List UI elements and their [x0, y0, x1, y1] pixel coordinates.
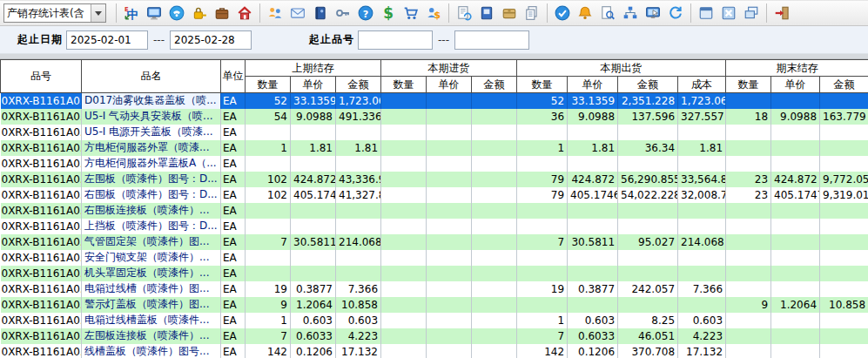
cell-out-0[interactable] — [517, 219, 568, 234]
table-row[interactable]: 0XRX-B1161A0...U5-I 电源开关盖板（喷漆...EA — [1, 125, 868, 140]
cell-in-2[interactable] — [472, 250, 517, 266]
cell-end-1[interactable] — [771, 328, 820, 344]
cell-out-3[interactable]: 4.223 — [678, 328, 726, 344]
cell-item-name[interactable]: 上挡板（喷漆件）图号：D... — [82, 219, 221, 234]
cell-unit[interactable]: EA — [221, 140, 246, 156]
monitor-pointer-icon[interactable] — [644, 4, 662, 22]
cell-prev-0[interactable] — [246, 250, 291, 266]
cell-in-0[interactable] — [381, 313, 427, 328]
cell-in-0[interactable] — [381, 281, 427, 297]
cell-item-no[interactable]: 0XRX-B1161A0... — [1, 313, 82, 328]
cell-prev-0[interactable] — [246, 266, 291, 281]
home-icon[interactable] — [236, 4, 253, 22]
col-header-in-price[interactable]: 单价 — [427, 77, 472, 93]
cell-end-2[interactable] — [820, 125, 868, 140]
cell-prev-0[interactable]: 52 — [246, 93, 291, 109]
cell-out-2[interactable] — [618, 125, 678, 140]
cell-out-0[interactable]: 1 — [517, 140, 568, 156]
bell-icon[interactable] — [576, 4, 594, 22]
cell-prev-2[interactable]: 4.223 — [336, 328, 381, 344]
cell-in-2[interactable] — [472, 109, 517, 125]
cell-unit[interactable]: EA — [221, 266, 246, 281]
col-header-end-qty[interactable]: 数量 — [726, 77, 771, 93]
cell-out-1[interactable]: 0.603 — [568, 313, 618, 328]
cell-item-no[interactable]: 0XRX-B1161A0... — [1, 93, 82, 109]
cell-item-no[interactable]: 0XRX-B1161A0... — [1, 234, 82, 250]
cell-out-2[interactable]: 242.057 — [618, 281, 678, 297]
cell-unit[interactable]: EA — [221, 234, 246, 250]
cell-end-1[interactable]: 1.2064 — [771, 297, 820, 313]
cell-unit[interactable]: EA — [221, 125, 246, 140]
cell-out-3[interactable] — [678, 266, 726, 281]
cell-in-1[interactable] — [427, 140, 472, 156]
cell-in-2[interactable] — [472, 93, 517, 109]
cell-out-0[interactable] — [517, 297, 568, 313]
cell-unit[interactable]: EA — [221, 219, 246, 234]
cell-unit[interactable]: EA — [221, 250, 246, 266]
cell-prev-2[interactable]: 491.336 — [336, 109, 381, 125]
cell-in-0[interactable] — [381, 219, 427, 234]
cell-prev-2[interactable] — [336, 219, 381, 234]
cell-item-name[interactable]: 左围板（喷漆件）图号：D... — [82, 172, 221, 187]
cell-end-2[interactable]: 10.858 — [820, 297, 868, 313]
cell-out-0[interactable]: 7 — [517, 328, 568, 344]
col-header-item-name[interactable]: 品名 — [82, 60, 221, 93]
cell-out-3[interactable]: 32,008.797 — [678, 187, 726, 203]
col-header-prev-qty[interactable]: 数量 — [246, 77, 291, 93]
report-type-dropdown[interactable]: 产销存统计表(含 — [3, 3, 106, 23]
cell-prev-1[interactable]: 30.5811 — [291, 234, 336, 250]
cell-prev-0[interactable] — [246, 125, 291, 140]
cell-out-1[interactable] — [568, 203, 618, 219]
cell-in-1[interactable] — [427, 172, 472, 187]
cell-end-0[interactable] — [726, 234, 771, 250]
cell-prev-2[interactable] — [336, 203, 381, 219]
cell-out-3[interactable]: 327.557 — [678, 109, 726, 125]
cell-in-2[interactable] — [472, 281, 517, 297]
cell-item-no[interactable]: 0XRX-B1161A0... — [1, 172, 82, 187]
cell-in-0[interactable] — [381, 250, 427, 266]
cell-end-2[interactable] — [820, 219, 868, 234]
cell-prev-2[interactable]: 214.068 — [336, 234, 381, 250]
cell-in-1[interactable] — [427, 125, 472, 140]
cell-prev-2[interactable] — [336, 266, 381, 281]
cell-prev-1[interactable]: 0.3877 — [291, 281, 336, 297]
cell-prev-1[interactable] — [291, 203, 336, 219]
report-refresh-icon[interactable] — [455, 4, 473, 22]
cell-end-1[interactable] — [771, 281, 820, 297]
table-row[interactable]: 0XRX-B1161A0...右围板连接板（喷漆件）...EA — [1, 203, 868, 219]
cell-end-2[interactable]: 9,319.017 — [820, 187, 868, 203]
cell-out-3[interactable]: 1.81 — [678, 140, 726, 156]
cell-in-2[interactable] — [472, 328, 517, 344]
cell-in-0[interactable] — [381, 266, 427, 281]
cell-end-1[interactable] — [771, 219, 820, 234]
cell-out-0[interactable]: 79 — [517, 187, 568, 203]
cell-out-0[interactable]: 7 — [517, 234, 568, 250]
cell-unit[interactable]: EA — [221, 187, 246, 203]
cell-prev-2[interactable]: 17.132 — [336, 344, 381, 358]
cell-in-0[interactable] — [381, 297, 427, 313]
cell-prev-1[interactable]: 0.6033 — [291, 328, 336, 344]
cell-item-no[interactable]: 0XRX-B1161A0... — [1, 219, 82, 234]
cell-prev-1[interactable] — [291, 219, 336, 234]
cell-prev-0[interactable]: 19 — [246, 281, 291, 297]
cell-item-name[interactable]: U5-I 电源开关盖板（喷漆... — [82, 125, 221, 140]
cell-out-1[interactable] — [568, 266, 618, 281]
cell-item-name[interactable]: D017油雾收集器盖板（喷... — [82, 93, 221, 109]
cell-in-0[interactable] — [381, 203, 427, 219]
cell-in-0[interactable] — [381, 93, 427, 109]
cell-out-1[interactable] — [568, 125, 618, 140]
cell-prev-2[interactable] — [336, 250, 381, 266]
cell-end-0[interactable] — [726, 203, 771, 219]
cart-icon[interactable] — [402, 4, 420, 22]
cell-out-0[interactable]: 52 — [517, 93, 568, 109]
cell-end-0[interactable] — [726, 93, 771, 109]
cell-end-2[interactable]: 163.779 — [820, 109, 868, 125]
cell-end-2[interactable] — [820, 234, 868, 250]
cell-end-0[interactable]: 18 — [726, 109, 771, 125]
cell-out-1[interactable]: 33.1359 — [568, 93, 618, 109]
cell-unit[interactable]: EA — [221, 93, 246, 109]
cell-end-0[interactable]: 23 — [726, 172, 771, 187]
ledger-icon[interactable] — [478, 4, 495, 22]
cell-out-1[interactable] — [568, 156, 618, 172]
cell-end-2[interactable] — [820, 203, 868, 219]
